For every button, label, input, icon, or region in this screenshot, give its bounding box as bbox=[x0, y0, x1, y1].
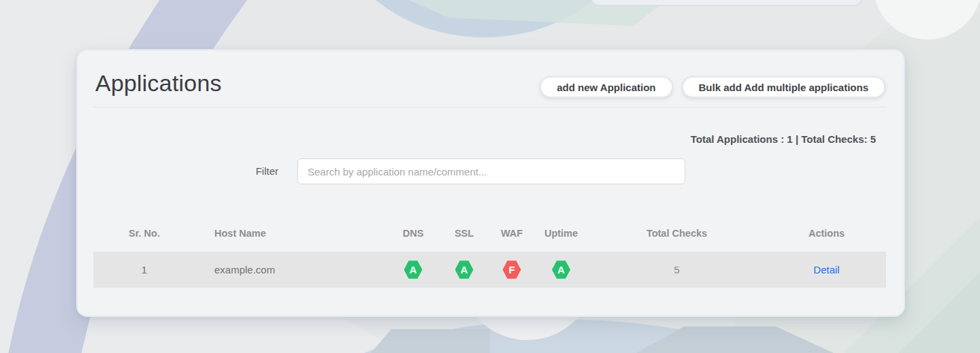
cell-actions: Detail bbox=[767, 264, 886, 275]
bulk-add-applications-button[interactable]: Bulk add Add multiple applications bbox=[682, 76, 885, 98]
page-title: Applications bbox=[95, 70, 222, 97]
column-header-waf: WAF bbox=[488, 228, 536, 239]
cell-sr-no: 1 bbox=[93, 264, 195, 275]
cell-total-checks: 5 bbox=[587, 264, 767, 275]
cell-ssl-grade: A bbox=[440, 260, 488, 280]
column-header-sr-no: Sr. No. bbox=[93, 228, 195, 239]
add-new-application-button[interactable]: add new Application bbox=[540, 76, 672, 98]
column-header-total-checks: Total Checks bbox=[587, 228, 767, 239]
column-header-uptime: Uptime bbox=[536, 228, 587, 239]
applications-card: Applications add new Application Bulk ad… bbox=[76, 49, 905, 317]
totals-summary: Total Applications : 1 | Total Checks: 5 bbox=[691, 133, 876, 145]
cell-uptime-grade: A bbox=[536, 260, 587, 280]
cell-waf-grade: F bbox=[488, 260, 536, 280]
column-header-actions: Actions bbox=[767, 228, 886, 239]
applications-table: Sr. No. Host Name DNS SSL WAF Uptime Tot… bbox=[93, 226, 886, 288]
dns-grade-badge: A bbox=[404, 260, 423, 280]
header-actions: add new Application Bulk add Add multipl… bbox=[540, 76, 885, 98]
column-header-ssl: SSL bbox=[440, 228, 488, 239]
filter-search-input[interactable] bbox=[297, 158, 685, 184]
uptime-grade-badge: A bbox=[552, 260, 570, 280]
bg-gray-blue-bottom-left bbox=[371, 329, 490, 353]
ssl-grade-badge: A bbox=[455, 260, 474, 280]
cell-dns-grade: A bbox=[386, 260, 440, 280]
title-divider bbox=[93, 107, 887, 107]
filter-label: Filter bbox=[241, 165, 278, 177]
waf-grade-badge: F bbox=[503, 260, 521, 280]
column-header-host-name: Host Name bbox=[195, 228, 386, 239]
bg-top-stripe bbox=[591, 0, 863, 5]
table-row: 1 example.com A A F A 5 Detail bbox=[93, 252, 886, 288]
detail-link[interactable]: Detail bbox=[813, 264, 839, 275]
table-header-row: Sr. No. Host Name DNS SSL WAF Uptime Tot… bbox=[93, 226, 886, 241]
column-header-dns: DNS bbox=[386, 228, 440, 239]
cell-host-name: example.com bbox=[195, 264, 386, 275]
